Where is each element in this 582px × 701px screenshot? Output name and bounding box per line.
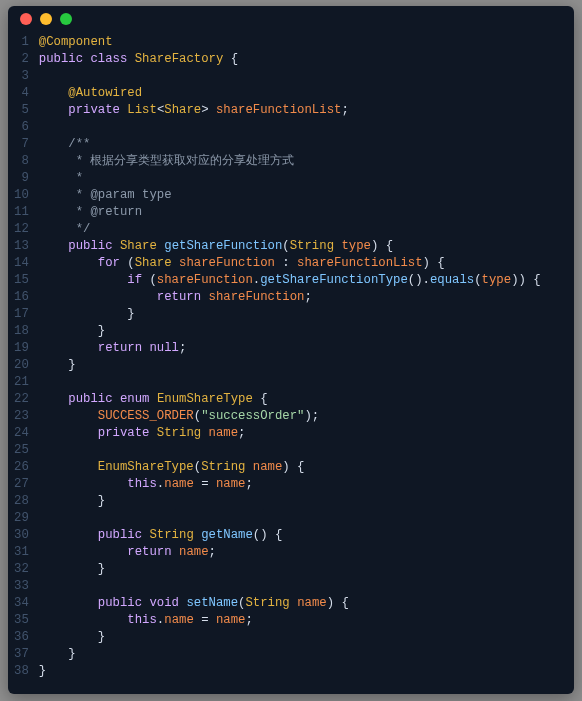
line-number: 7 <box>14 136 29 153</box>
line-number-gutter: 1234567891011121314151617181920212223242… <box>14 34 39 680</box>
line-number: 33 <box>14 578 29 595</box>
line-number: 12 <box>14 221 29 238</box>
code-area[interactable]: 1234567891011121314151617181920212223242… <box>8 32 574 692</box>
code-line[interactable]: } <box>39 646 558 663</box>
code-line[interactable] <box>39 68 558 85</box>
line-number: 3 <box>14 68 29 85</box>
line-number: 6 <box>14 119 29 136</box>
code-line[interactable]: public void setName(String name) { <box>39 595 558 612</box>
code-line[interactable]: } <box>39 629 558 646</box>
line-number: 36 <box>14 629 29 646</box>
line-number: 22 <box>14 391 29 408</box>
line-number: 32 <box>14 561 29 578</box>
line-number: 17 <box>14 306 29 323</box>
code-line[interactable]: } <box>39 323 558 340</box>
line-number: 14 <box>14 255 29 272</box>
minimize-icon[interactable] <box>40 13 52 25</box>
code-line[interactable]: /** <box>39 136 558 153</box>
code-line[interactable]: EnumShareType(String name) { <box>39 459 558 476</box>
line-number: 11 <box>14 204 29 221</box>
line-number: 19 <box>14 340 29 357</box>
line-number: 10 <box>14 187 29 204</box>
code-content[interactable]: @Componentpublic class ShareFactory { @A… <box>39 34 558 680</box>
close-icon[interactable] <box>20 13 32 25</box>
code-line[interactable]: this.name = name; <box>39 612 558 629</box>
code-line[interactable]: * 根据分享类型获取对应的分享处理方式 <box>39 153 558 170</box>
window-titlebar <box>8 6 574 32</box>
line-number: 9 <box>14 170 29 187</box>
code-line[interactable]: } <box>39 306 558 323</box>
code-line[interactable]: */ <box>39 221 558 238</box>
line-number: 34 <box>14 595 29 612</box>
code-line[interactable] <box>39 510 558 527</box>
code-line[interactable]: } <box>39 561 558 578</box>
line-number: 18 <box>14 323 29 340</box>
line-number: 23 <box>14 408 29 425</box>
line-number: 24 <box>14 425 29 442</box>
code-line[interactable]: * @return <box>39 204 558 221</box>
code-line[interactable]: } <box>39 663 558 680</box>
line-number: 31 <box>14 544 29 561</box>
line-number: 30 <box>14 527 29 544</box>
line-number: 28 <box>14 493 29 510</box>
code-line[interactable]: if (shareFunction.getShareFunctionType()… <box>39 272 558 289</box>
line-number: 2 <box>14 51 29 68</box>
code-line[interactable]: private List<Share> shareFunctionList; <box>39 102 558 119</box>
code-line[interactable]: private String name; <box>39 425 558 442</box>
code-line[interactable]: * <box>39 170 558 187</box>
code-line[interactable]: return name; <box>39 544 558 561</box>
line-number: 5 <box>14 102 29 119</box>
line-number: 1 <box>14 34 29 51</box>
line-number: 4 <box>14 85 29 102</box>
line-number: 27 <box>14 476 29 493</box>
code-line[interactable]: } <box>39 357 558 374</box>
code-line[interactable]: } <box>39 493 558 510</box>
code-line[interactable] <box>39 578 558 595</box>
line-number: 16 <box>14 289 29 306</box>
line-number: 26 <box>14 459 29 476</box>
code-line[interactable]: return null; <box>39 340 558 357</box>
line-number: 38 <box>14 663 29 680</box>
code-line[interactable]: * @param type <box>39 187 558 204</box>
line-number: 29 <box>14 510 29 527</box>
code-line[interactable]: @Component <box>39 34 558 51</box>
line-number: 35 <box>14 612 29 629</box>
code-line[interactable]: return shareFunction; <box>39 289 558 306</box>
code-line[interactable]: public String getName() { <box>39 527 558 544</box>
code-line[interactable]: public Share getShareFunction(String typ… <box>39 238 558 255</box>
line-number: 25 <box>14 442 29 459</box>
line-number: 8 <box>14 153 29 170</box>
zoom-icon[interactable] <box>60 13 72 25</box>
code-line[interactable] <box>39 442 558 459</box>
code-line[interactable]: for (Share shareFunction : shareFunction… <box>39 255 558 272</box>
code-editor-window: 1234567891011121314151617181920212223242… <box>8 6 574 694</box>
line-number: 21 <box>14 374 29 391</box>
code-line[interactable]: public class ShareFactory { <box>39 51 558 68</box>
code-line[interactable] <box>39 119 558 136</box>
line-number: 20 <box>14 357 29 374</box>
code-line[interactable]: this.name = name; <box>39 476 558 493</box>
code-line[interactable]: @Autowired <box>39 85 558 102</box>
code-line[interactable] <box>39 374 558 391</box>
code-line[interactable]: public enum EnumShareType { <box>39 391 558 408</box>
line-number: 37 <box>14 646 29 663</box>
line-number: 13 <box>14 238 29 255</box>
code-line[interactable]: SUCCESS_ORDER("successOrder"); <box>39 408 558 425</box>
line-number: 15 <box>14 272 29 289</box>
